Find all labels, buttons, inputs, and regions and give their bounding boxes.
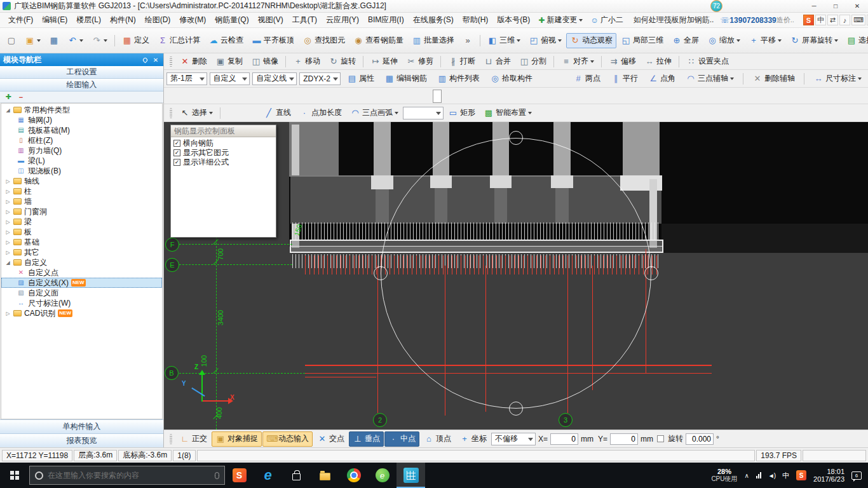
rotate-input[interactable] (686, 433, 714, 445)
tree-openings[interactable]: ▷ 门窗洞 (1, 207, 162, 217)
split-button[interactable]: ◫ 分割 (515, 54, 550, 69)
select-floor-button[interactable]: ▤ 选择楼层 (843, 33, 868, 48)
define-button[interactable]: ▦ 定义 (118, 33, 153, 48)
screen-rotate-button[interactable]: ↻ 屏幕旋转 (786, 33, 842, 48)
batch-select-button[interactable]: ▥ 批量选择 (408, 33, 458, 48)
menu-bim-app[interactable]: BIM应用(I) (363, 13, 409, 27)
more-tools-button[interactable]: » (459, 33, 477, 48)
ime-mode-indicator[interactable]: 中 (782, 471, 789, 480)
taskbar-app-edge[interactable]: e (254, 463, 282, 488)
ortho-toggle[interactable]: ∟ 正交 (176, 431, 211, 447)
menu-file[interactable]: 文件(F) (4, 13, 37, 27)
contact-number[interactable]: 13907208339 (729, 16, 776, 25)
find-element-button[interactable]: ◎ 查找图元 (299, 33, 349, 48)
tree-custom-line[interactable]: ▨ 自定义线(X) NEW (1, 278, 162, 288)
tree-expander-icon[interactable]: ▷ (5, 229, 11, 235)
sogou-tray-icon[interactable]: S (796, 470, 806, 480)
menu-draw[interactable]: 绘图(D) (140, 13, 175, 27)
midpoint-snap-button[interactable]: ∙ 中点 (384, 431, 419, 447)
arc-mode-combo[interactable] (403, 107, 444, 119)
tree-custom-point[interactable]: ✕ 自定义点 (1, 268, 162, 278)
tree-wall[interactable]: ▷ 墙 (1, 196, 162, 207)
zoom-button[interactable]: ◎ 缩放 (703, 33, 744, 48)
view-rebar-quantity-button[interactable]: ◉ 查看钢筋量 (349, 33, 407, 48)
pin-icon[interactable] (142, 57, 149, 63)
menu-online-service[interactable]: 在线服务(S) (409, 13, 458, 27)
taskbar-app-ggj[interactable] (397, 463, 425, 488)
x-offset-input[interactable] (550, 433, 578, 445)
move-button[interactable]: + 移动 (289, 54, 324, 69)
component-list-button[interactable]: ▥ 构件列表 (433, 71, 484, 86)
point-angle-axis-button[interactable]: ∠ 点角 (644, 71, 679, 86)
tree-column[interactable]: ▷ 柱 (1, 186, 162, 196)
taskbar-app-chrome[interactable] (339, 463, 368, 488)
menu-view[interactable]: 视图(V) (254, 13, 288, 27)
three-point-arc-button[interactable]: ◠ 三点画弧 (346, 105, 402, 121)
delete-aux-axis-button[interactable]: ✕ 删除辅轴 (749, 71, 799, 86)
element-combo[interactable]: ZDYX-2 (299, 72, 341, 85)
vertex-snap-button[interactable]: ⌂ 顶点 (420, 431, 455, 447)
object-snap-toggle[interactable]: ▣ 对象捕捉 (212, 431, 262, 447)
edit-rebar-button[interactable]: ▦ 编辑钢筋 (381, 71, 431, 86)
three-point-aux-axis-button[interactable]: ◠ 三点辅轴 (682, 71, 738, 86)
ime-sound[interactable]: ♪ (839, 15, 850, 25)
extend-button[interactable]: ↦ 延伸 (367, 54, 402, 69)
panel-title[interactable]: 钢筋显示控制面板 (171, 125, 276, 137)
tree-foundation-folder[interactable]: ▷ 基础 (1, 237, 162, 247)
tree-expander-icon[interactable]: ▷ (5, 199, 11, 205)
tree-beam[interactable]: ▬ 梁(L) (1, 156, 162, 166)
ime-keyboard[interactable]: ⌨ (851, 15, 865, 25)
menu-version[interactable]: 版本号(B) (492, 13, 534, 27)
cpu-usage-widget[interactable]: 28% CPU使用 (711, 468, 737, 482)
summary-calc-button[interactable]: Σ 汇总计算 (154, 33, 204, 48)
start-button[interactable] (0, 463, 29, 488)
pick-component-button[interactable]: ◎ 拾取构件 (486, 71, 536, 86)
break-button[interactable]: ∦ 打断 (444, 54, 479, 69)
offset-button[interactable]: ⇉ 偏移 (605, 54, 640, 69)
redo-button[interactable]: ↷ (88, 33, 111, 48)
new-button[interactable]: ▢ (3, 33, 20, 48)
taskbar-search[interactable] (29, 466, 225, 485)
orbit-button[interactable]: ↻ 动态观察 (566, 33, 616, 48)
taskbar-app-store[interactable] (282, 463, 311, 488)
tree-custom-face[interactable]: ▧ 自定义面 (1, 288, 162, 298)
tree-expander-icon[interactable]: ▷ (5, 240, 11, 245)
tree-expander-icon[interactable]: ◢ (5, 107, 11, 113)
two-point-axis-button[interactable]: # 两点 (569, 71, 604, 86)
booster-ball-badge[interactable]: 72 (710, 0, 722, 12)
top-view-button[interactable]: ◰ 俯视 (525, 33, 566, 48)
mirror-button[interactable]: ◫ 镜像 (247, 54, 282, 69)
network-icon[interactable] (756, 472, 761, 478)
checkbox-icon[interactable]: ✓ (173, 149, 180, 156)
point-length-tool-button[interactable]: ∙ 点加长度 (295, 105, 346, 121)
partial-3d-button[interactable]: ◱ 局部三维 (617, 33, 667, 48)
orbit-handle[interactable] (509, 131, 523, 145)
tree-expander-icon[interactable]: ◢ (5, 260, 11, 266)
parallel-axis-button[interactable]: ∥ 平行 (607, 71, 642, 86)
tree-expander-icon[interactable]: ▷ (5, 311, 11, 316)
tree-beam-folder[interactable]: ▷ 梁 (1, 217, 162, 227)
taskbar-app-browser360[interactable]: e (368, 463, 397, 488)
tree-cad-recognition[interactable]: ▷ CAD识别 NEW (1, 308, 162, 318)
tree-expander-icon[interactable]: ▷ (5, 219, 11, 225)
tree-shear-wall[interactable]: ▥ 剪力墙(Q) (1, 146, 162, 156)
microphone-icon[interactable] (215, 472, 219, 479)
properties-button[interactable]: ▤ 属性 (343, 71, 378, 86)
open-button[interactable]: ▣ (21, 33, 44, 48)
ime-chinese-mode[interactable]: 中 (815, 15, 826, 25)
menu-rebar-quantity[interactable]: 钢筋量(Q) (210, 13, 253, 27)
tree-expander-icon[interactable]: ▷ (5, 209, 11, 215)
smart-layout-button[interactable]: ▩ 智能布置 (480, 105, 536, 121)
taskbar-app-explorer[interactable] (311, 463, 339, 488)
nav-drawing-input[interactable]: 绘图输入 (0, 79, 163, 92)
tree-custom-folder[interactable]: ◢ 自定义 (1, 257, 162, 268)
type-combo[interactable]: 自定义线 (252, 72, 297, 85)
search-input[interactable] (48, 471, 210, 480)
fullscreen-button[interactable]: ⊕ 全屏 (668, 33, 703, 48)
orbit-handle[interactable] (509, 402, 523, 416)
nav-report-preview[interactable]: 报表预览 (0, 433, 163, 447)
tree-expander-icon[interactable]: ▷ (5, 179, 11, 184)
menu-modify[interactable]: 修改(M) (175, 13, 210, 27)
tree-raft-foundation[interactable]: ▤ 筏板基础(M) (1, 125, 162, 135)
menu-cloud-app[interactable]: 云应用(Y) (322, 13, 363, 27)
